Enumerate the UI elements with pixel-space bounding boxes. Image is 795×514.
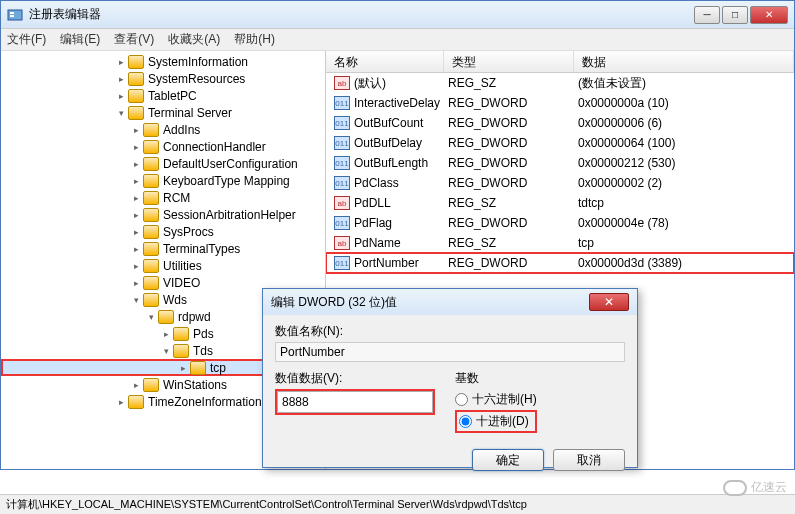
cloud-icon (723, 480, 747, 496)
value-data-input[interactable] (277, 391, 433, 413)
list-row[interactable]: 011PdFlagREG_DWORD0x0000004e (78) (326, 213, 794, 233)
expander-icon[interactable]: ▸ (131, 176, 141, 186)
folder-icon (173, 327, 189, 341)
expander-icon[interactable]: ▾ (131, 295, 141, 305)
list-header[interactable]: 名称 类型 数据 (326, 51, 794, 73)
expander-icon[interactable]: ▸ (131, 380, 141, 390)
ok-button[interactable]: 确定 (472, 449, 544, 471)
tree-item-label: WinStations (163, 378, 227, 392)
tree-item[interactable]: ▸SysProcs (1, 223, 325, 240)
list-row[interactable]: ab(默认)REG_SZ(数值未设置) (326, 73, 794, 93)
close-button[interactable]: ✕ (750, 6, 788, 24)
menubar: 文件(F) 编辑(E) 查看(V) 收藏夹(A) 帮助(H) (1, 29, 794, 51)
row-name: PdDLL (354, 196, 448, 210)
menu-file[interactable]: 文件(F) (7, 31, 46, 48)
folder-icon (128, 55, 144, 69)
tree-item[interactable]: ▸RCM (1, 189, 325, 206)
tree-item[interactable]: ▸SystemResources (1, 70, 325, 87)
expander-icon[interactable]: ▸ (131, 227, 141, 237)
tree-item-label: ConnectionHandler (163, 140, 266, 154)
cancel-button[interactable]: 取消 (553, 449, 625, 471)
col-name[interactable]: 名称 (326, 51, 444, 72)
col-type[interactable]: 类型 (444, 51, 574, 72)
radio-hex[interactable] (455, 393, 468, 406)
tree-item-label: Utilities (163, 259, 202, 273)
tree-item[interactable]: ▸Utilities (1, 257, 325, 274)
tree-item[interactable]: ▾Terminal Server (1, 104, 325, 121)
dword-icon: 011 (334, 116, 350, 130)
titlebar[interactable]: 注册表编辑器 ─ □ ✕ (1, 1, 794, 29)
list-row[interactable]: 011PdClassREG_DWORD0x00000002 (2) (326, 173, 794, 193)
expander-icon[interactable]: ▸ (131, 210, 141, 220)
radio-dec[interactable] (459, 415, 472, 428)
expander-icon[interactable]: ▾ (146, 312, 156, 322)
tree-item[interactable]: ▸DefaultUserConfiguration (1, 155, 325, 172)
dialog-close-button[interactable]: ✕ (589, 293, 629, 311)
list-row[interactable]: 011OutBufDelayREG_DWORD0x00000064 (100) (326, 133, 794, 153)
expander-icon[interactable]: ▾ (116, 108, 126, 118)
expander-icon[interactable]: ▸ (116, 91, 126, 101)
list-row[interactable]: 011InteractiveDelayREG_DWORD0x0000000a (… (326, 93, 794, 113)
maximize-button[interactable]: □ (722, 6, 748, 24)
row-name: (默认) (354, 75, 448, 92)
folder-icon (143, 191, 159, 205)
list-row[interactable]: abPdDLLREG_SZtdtcp (326, 193, 794, 213)
expander-icon[interactable]: ▸ (178, 363, 188, 373)
tree-item-label: TerminalTypes (163, 242, 240, 256)
statusbar: 计算机\HKEY_LOCAL_MACHINE\SYSTEM\CurrentCon… (0, 494, 795, 514)
col-data[interactable]: 数据 (574, 51, 794, 72)
list-body[interactable]: ab(默认)REG_SZ(数值未设置)011InteractiveDelayRE… (326, 73, 794, 273)
row-data: 0x00000006 (6) (578, 116, 794, 130)
list-row[interactable]: abPdNameREG_SZtcp (326, 233, 794, 253)
menu-view[interactable]: 查看(V) (114, 31, 154, 48)
dialog-titlebar[interactable]: 编辑 DWORD (32 位)值 ✕ (263, 289, 637, 315)
tree-item[interactable]: ▸SessionArbitrationHelper (1, 206, 325, 223)
tree-item[interactable]: ▸ConnectionHandler (1, 138, 325, 155)
tree-item[interactable]: ▸SystemInformation (1, 53, 325, 70)
radio-dec-row[interactable]: 十进制(D) (455, 410, 537, 433)
folder-icon (143, 276, 159, 290)
tree-item[interactable]: ▸KeyboardType Mapping (1, 172, 325, 189)
folder-icon (143, 378, 159, 392)
radio-hex-row[interactable]: 十六进制(H) (455, 391, 537, 408)
menu-edit[interactable]: 编辑(E) (60, 31, 100, 48)
list-row[interactable]: 011PortNumberREG_DWORD0x00000d3d (3389) (326, 253, 794, 273)
tree-item[interactable]: ▸TerminalTypes (1, 240, 325, 257)
expander-icon[interactable]: ▸ (131, 278, 141, 288)
expander-icon[interactable]: ▸ (131, 261, 141, 271)
tree-item-label: TabletPC (148, 89, 197, 103)
string-icon: ab (334, 76, 350, 90)
expander-icon[interactable]: ▸ (116, 397, 126, 407)
expander-icon[interactable]: ▸ (161, 329, 171, 339)
row-type: REG_DWORD (448, 96, 578, 110)
row-name: OutBufDelay (354, 136, 448, 150)
expander-icon[interactable]: ▾ (161, 346, 171, 356)
tree-item-label: RCM (163, 191, 190, 205)
minimize-button[interactable]: ─ (694, 6, 720, 24)
expander-icon[interactable]: ▸ (131, 142, 141, 152)
expander-icon[interactable]: ▸ (131, 159, 141, 169)
list-row[interactable]: 011OutBufLengthREG_DWORD0x00000212 (530) (326, 153, 794, 173)
tree-item-label: Tds (193, 344, 213, 358)
expander-icon[interactable]: ▸ (131, 125, 141, 135)
row-type: REG_SZ (448, 76, 578, 90)
expander-icon[interactable]: ▸ (131, 193, 141, 203)
dword-icon: 011 (334, 156, 350, 170)
tree-item-label: TimeZoneInformation (148, 395, 262, 409)
tree-item[interactable]: ▸AddIns (1, 121, 325, 138)
expander-icon[interactable]: ▸ (116, 74, 126, 84)
tree-item[interactable]: ▸TabletPC (1, 87, 325, 104)
menu-help[interactable]: 帮助(H) (234, 31, 275, 48)
folder-icon (143, 140, 159, 154)
list-row[interactable]: 011OutBufCountREG_DWORD0x00000006 (6) (326, 113, 794, 133)
row-data: 0x00000212 (530) (578, 156, 794, 170)
value-data-label: 数值数据(V): (275, 370, 435, 387)
expander-icon[interactable]: ▸ (116, 57, 126, 67)
row-name: InteractiveDelay (354, 96, 448, 110)
folder-icon (190, 361, 206, 375)
expander-icon[interactable]: ▸ (131, 244, 141, 254)
radio-hex-label: 十六进制(H) (472, 391, 537, 408)
menu-favorites[interactable]: 收藏夹(A) (168, 31, 220, 48)
folder-icon (128, 89, 144, 103)
tree-item-label: SystemResources (148, 72, 245, 86)
